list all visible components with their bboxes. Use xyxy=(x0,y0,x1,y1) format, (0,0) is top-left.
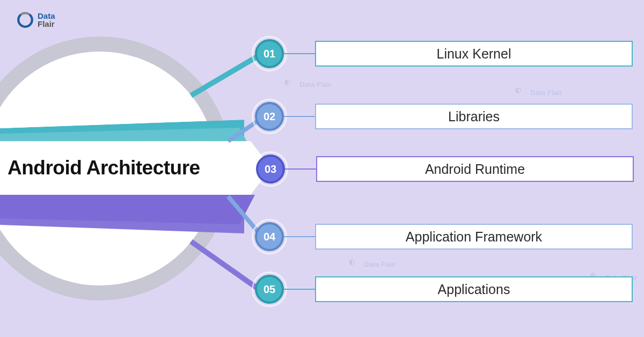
svg-point-0 xyxy=(18,13,32,27)
watermark: ◐DataFlair xyxy=(349,258,396,270)
connector xyxy=(284,236,315,237)
item-number-05: 05 xyxy=(255,275,284,304)
item-number-02: 02 xyxy=(255,102,284,131)
logo: Data Flair xyxy=(16,11,55,29)
connector xyxy=(284,116,315,117)
connector xyxy=(284,289,315,290)
diagram-title: Android Architecture xyxy=(8,157,200,179)
item-label: Android Runtime xyxy=(316,156,634,182)
logo-line2: Flair xyxy=(38,20,55,28)
item-label: Linux Kernel xyxy=(315,41,633,67)
item-application-framework: 04 Application Framework xyxy=(255,222,633,251)
item-number-03: 03 xyxy=(256,155,285,184)
item-label: Libraries xyxy=(315,104,633,129)
item-linux-kernel: 01 Linux Kernel xyxy=(255,39,633,68)
connector xyxy=(285,169,316,170)
item-libraries: 02 Libraries xyxy=(255,102,633,131)
item-label: Applications xyxy=(315,276,633,302)
item-label: Application Framework xyxy=(315,224,633,250)
item-number-04: 04 xyxy=(255,222,284,251)
connector xyxy=(284,53,315,54)
logo-text: Data Flair xyxy=(38,12,55,28)
logo-icon xyxy=(16,11,34,29)
logo-line1: Data xyxy=(38,12,55,20)
item-android-runtime: 03 Android Runtime xyxy=(256,155,634,184)
item-applications: 05 Applications xyxy=(255,275,633,304)
item-number-01: 01 xyxy=(255,39,284,68)
watermark: ◐DataFlair xyxy=(284,78,332,91)
watermark: ◐DataFlair xyxy=(515,86,562,99)
